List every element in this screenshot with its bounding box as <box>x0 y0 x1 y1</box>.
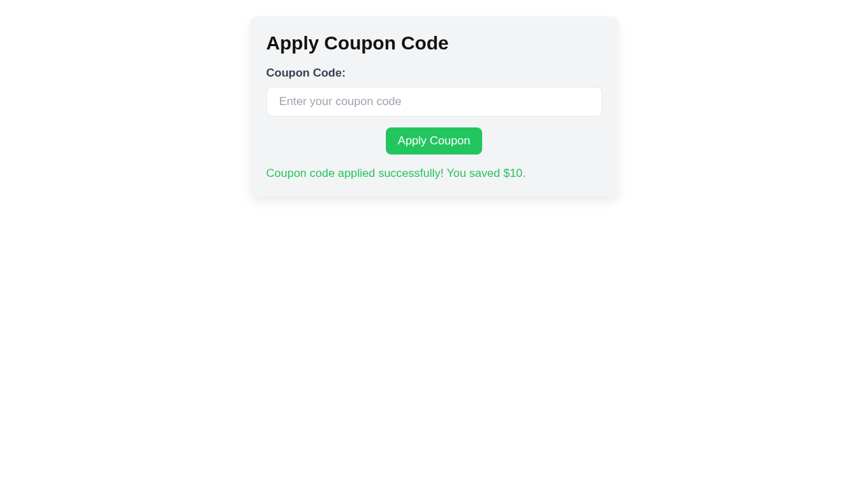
success-message: Coupon code applied successfully! You sa… <box>267 167 602 180</box>
coupon-code-label: Coupon Code: <box>267 66 602 80</box>
coupon-card: Apply Coupon Code Coupon Code: Apply Cou… <box>250 16 618 197</box>
button-wrapper: Apply Coupon <box>267 127 602 155</box>
apply-coupon-button[interactable]: Apply Coupon <box>386 127 483 155</box>
card-title: Apply Coupon Code <box>267 33 602 54</box>
coupon-code-input[interactable] <box>267 87 602 117</box>
